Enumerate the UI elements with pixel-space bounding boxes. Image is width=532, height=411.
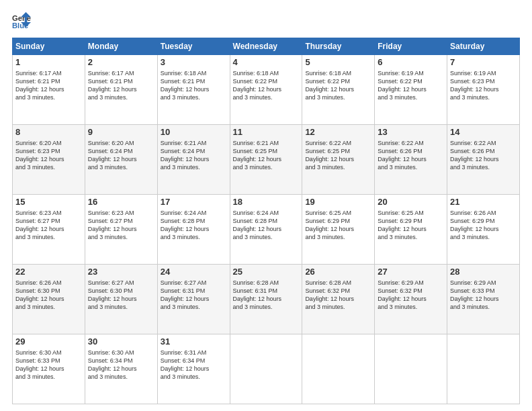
day-info: Sunrise: 6:27 AM Sunset: 6:30 PM Dayligh… (88, 279, 154, 312)
day-of-week-header: Monday (85, 38, 157, 55)
day-number: 3 (161, 57, 227, 68)
calendar-cell: 13 Sunrise: 6:22 AM Sunset: 6:26 PM Dayl… (375, 125, 447, 195)
calendar-cell: 6 Sunrise: 6:19 AM Sunset: 6:22 PM Dayli… (375, 55, 447, 125)
day-info: Sunrise: 6:21 AM Sunset: 6:25 PM Dayligh… (233, 139, 300, 172)
day-info: Sunrise: 6:29 AM Sunset: 6:33 PM Dayligh… (450, 279, 517, 312)
day-number: 16 (88, 197, 154, 208)
day-number: 30 (88, 336, 154, 348)
day-info: Sunrise: 6:21 AM Sunset: 6:24 PM Dayligh… (161, 139, 227, 172)
day-number: 1 (15, 57, 82, 68)
calendar-cell: 26 Sunrise: 6:28 AM Sunset: 6:32 PM Dayl… (302, 265, 375, 334)
calendar-week-row: 8 Sunrise: 6:20 AM Sunset: 6:23 PM Dayli… (13, 125, 520, 195)
day-number: 24 (161, 267, 227, 278)
day-number: 28 (450, 267, 517, 278)
calendar-cell: 20 Sunrise: 6:25 AM Sunset: 6:29 PM Dayl… (375, 195, 447, 265)
logo-icon: General Blue (12, 12, 31, 31)
calendar-cell: 28 Sunrise: 6:29 AM Sunset: 6:33 PM Dayl… (447, 265, 520, 334)
day-info: Sunrise: 6:22 AM Sunset: 6:26 PM Dayligh… (450, 139, 517, 172)
day-info: Sunrise: 6:18 AM Sunset: 6:22 PM Dayligh… (305, 69, 371, 102)
calendar-cell: 9 Sunrise: 6:20 AM Sunset: 6:24 PM Dayli… (85, 125, 157, 195)
day-number: 27 (378, 267, 444, 278)
day-number: 13 (378, 127, 444, 138)
calendar-cell (230, 334, 302, 404)
calendar-cell: 5 Sunrise: 6:18 AM Sunset: 6:22 PM Dayli… (302, 55, 375, 125)
day-number: 15 (15, 197, 82, 208)
day-info: Sunrise: 6:17 AM Sunset: 6:21 PM Dayligh… (88, 69, 154, 102)
day-number: 21 (450, 197, 517, 208)
calendar-cell: 12 Sunrise: 6:22 AM Sunset: 6:25 PM Dayl… (302, 125, 375, 195)
day-info: Sunrise: 6:31 AM Sunset: 6:34 PM Dayligh… (161, 349, 227, 381)
header: General Blue (12, 12, 520, 31)
calendar-cell: 21 Sunrise: 6:26 AM Sunset: 6:29 PM Dayl… (447, 195, 520, 265)
calendar-cell: 8 Sunrise: 6:20 AM Sunset: 6:23 PM Dayli… (13, 125, 85, 195)
day-info: Sunrise: 6:18 AM Sunset: 6:21 PM Dayligh… (161, 69, 227, 102)
calendar-cell: 24 Sunrise: 6:27 AM Sunset: 6:31 PM Dayl… (157, 265, 230, 334)
calendar-week-row: 15 Sunrise: 6:23 AM Sunset: 6:27 PM Dayl… (13, 195, 520, 265)
day-info: Sunrise: 6:19 AM Sunset: 6:22 PM Dayligh… (378, 69, 444, 102)
calendar-cell: 2 Sunrise: 6:17 AM Sunset: 6:21 PM Dayli… (85, 55, 157, 125)
day-info: Sunrise: 6:20 AM Sunset: 6:23 PM Dayligh… (15, 139, 82, 172)
calendar-cell: 23 Sunrise: 6:27 AM Sunset: 6:30 PM Dayl… (85, 265, 157, 334)
calendar-cell: 17 Sunrise: 6:24 AM Sunset: 6:28 PM Dayl… (157, 195, 230, 265)
day-info: Sunrise: 6:17 AM Sunset: 6:21 PM Dayligh… (15, 69, 82, 102)
day-number: 5 (305, 57, 371, 68)
day-info: Sunrise: 6:26 AM Sunset: 6:30 PM Dayligh… (15, 279, 82, 312)
calendar-week-row: 1 Sunrise: 6:17 AM Sunset: 6:21 PM Dayli… (13, 55, 520, 125)
day-number: 11 (233, 127, 300, 138)
calendar-cell: 18 Sunrise: 6:24 AM Sunset: 6:28 PM Dayl… (230, 195, 302, 265)
day-number: 7 (450, 57, 517, 68)
day-number: 26 (305, 267, 371, 278)
day-number: 14 (450, 127, 517, 138)
day-info: Sunrise: 6:28 AM Sunset: 6:31 PM Dayligh… (233, 279, 300, 312)
day-info: Sunrise: 6:18 AM Sunset: 6:22 PM Dayligh… (233, 69, 300, 102)
day-number: 22 (15, 267, 82, 278)
calendar-cell: 11 Sunrise: 6:21 AM Sunset: 6:25 PM Dayl… (230, 125, 302, 195)
calendar-cell (447, 334, 520, 404)
day-info: Sunrise: 6:30 AM Sunset: 6:34 PM Dayligh… (88, 349, 154, 381)
day-number: 12 (305, 127, 371, 138)
calendar-cell: 15 Sunrise: 6:23 AM Sunset: 6:27 PM Dayl… (13, 195, 85, 265)
day-number: 18 (233, 197, 300, 208)
day-info: Sunrise: 6:28 AM Sunset: 6:32 PM Dayligh… (305, 279, 371, 312)
day-of-week-header: Thursday (302, 38, 375, 55)
calendar-cell: 1 Sunrise: 6:17 AM Sunset: 6:21 PM Dayli… (13, 55, 85, 125)
day-info: Sunrise: 6:22 AM Sunset: 6:25 PM Dayligh… (305, 139, 371, 172)
day-info: Sunrise: 6:25 AM Sunset: 6:29 PM Dayligh… (305, 209, 371, 242)
calendar-header-row: SundayMondayTuesdayWednesdayThursdayFrid… (13, 38, 520, 55)
calendar-cell: 27 Sunrise: 6:29 AM Sunset: 6:32 PM Dayl… (375, 265, 447, 334)
day-number: 4 (233, 57, 300, 68)
day-info: Sunrise: 6:19 AM Sunset: 6:23 PM Dayligh… (450, 69, 517, 102)
day-info: Sunrise: 6:23 AM Sunset: 6:27 PM Dayligh… (15, 209, 82, 242)
day-number: 9 (88, 127, 154, 138)
page: General Blue SundayMondayTuesdayWednesda… (0, 0, 532, 411)
calendar-cell: 30 Sunrise: 6:30 AM Sunset: 6:34 PM Dayl… (85, 334, 157, 404)
day-info: Sunrise: 6:24 AM Sunset: 6:28 PM Dayligh… (233, 209, 300, 242)
day-info: Sunrise: 6:27 AM Sunset: 6:31 PM Dayligh… (161, 279, 227, 312)
day-number: 31 (161, 336, 227, 348)
calendar-cell: 29 Sunrise: 6:30 AM Sunset: 6:33 PM Dayl… (13, 334, 85, 404)
day-of-week-header: Wednesday (230, 38, 302, 55)
day-number: 2 (88, 57, 154, 68)
day-info: Sunrise: 6:22 AM Sunset: 6:26 PM Dayligh… (378, 139, 444, 172)
day-number: 29 (15, 336, 82, 348)
calendar-cell: 10 Sunrise: 6:21 AM Sunset: 6:24 PM Dayl… (157, 125, 230, 195)
day-info: Sunrise: 6:20 AM Sunset: 6:24 PM Dayligh… (88, 139, 154, 172)
calendar-cell: 4 Sunrise: 6:18 AM Sunset: 6:22 PM Dayli… (230, 55, 302, 125)
day-number: 19 (305, 197, 371, 208)
calendar-cell: 14 Sunrise: 6:22 AM Sunset: 6:26 PM Dayl… (447, 125, 520, 195)
day-number: 10 (161, 127, 227, 138)
calendar-cell: 7 Sunrise: 6:19 AM Sunset: 6:23 PM Dayli… (447, 55, 520, 125)
day-number: 17 (161, 197, 227, 208)
calendar-week-row: 22 Sunrise: 6:26 AM Sunset: 6:30 PM Dayl… (13, 265, 520, 334)
day-info: Sunrise: 6:25 AM Sunset: 6:29 PM Dayligh… (378, 209, 444, 242)
day-number: 23 (88, 267, 154, 278)
day-of-week-header: Friday (375, 38, 447, 55)
calendar-cell: 16 Sunrise: 6:23 AM Sunset: 6:27 PM Dayl… (85, 195, 157, 265)
day-info: Sunrise: 6:30 AM Sunset: 6:33 PM Dayligh… (15, 349, 82, 381)
day-of-week-header: Tuesday (157, 38, 230, 55)
day-of-week-header: Saturday (447, 38, 520, 55)
calendar-cell: 3 Sunrise: 6:18 AM Sunset: 6:21 PM Dayli… (157, 55, 230, 125)
calendar-cell (375, 334, 447, 404)
logo: General Blue (12, 12, 34, 31)
day-info: Sunrise: 6:26 AM Sunset: 6:29 PM Dayligh… (450, 209, 517, 242)
